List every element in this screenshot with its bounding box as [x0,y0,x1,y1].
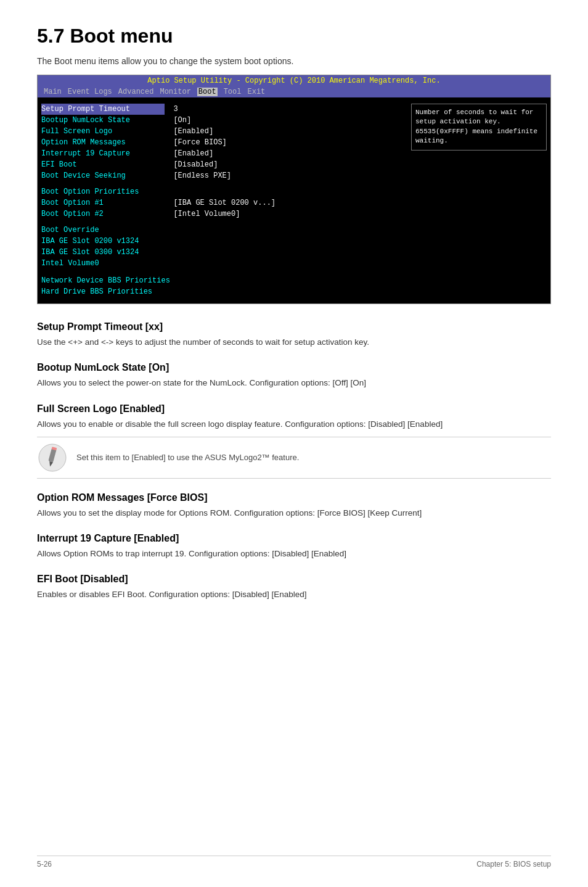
section-heading-2: Full Screen Logo [Enabled] [37,403,551,415]
bios-override-2: IBA GE Slot 0300 v1324 [41,247,405,258]
bios-row-3: Option ROM Messages [Force BIOS] [41,137,405,148]
bios-row-1: Bootup NumLock State [On] [41,115,405,126]
intro-text: The Boot menu items allow you to change … [37,56,551,66]
note-pencil-icon [37,442,68,473]
bios-nav-advanced: Advanced [118,88,154,96]
bios-left-panel: Setup Prompt Timeout 3 Bootup NumLock St… [41,104,411,297]
section-option-rom: Option ROM Messages [Force BIOS] Allows … [37,492,551,519]
bios-header: Aptio Setup Utility - Copyright (C) 2010… [38,75,550,86]
section-heading-5: EFI Boot [Disabled] [37,574,551,585]
section-body-3: Allows you to set the display mode for O… [37,507,551,519]
section-body-5: Enables or disables EFI Boot. Configurat… [37,588,551,601]
page-title: 5.7 Boot menu [37,25,551,47]
bios-harddrive-bbs: Hard Drive BBS Priorities [41,286,405,297]
section-body-2: Allows you to enable or disable the full… [37,418,551,431]
bios-row-2: Full Screen Logo [Enabled] [41,126,405,137]
bios-nav-eventlogs: Event Logs [68,88,112,96]
bios-screen: Aptio Setup Utility - Copyright (C) 2010… [37,75,551,304]
section-body-1: Allows you to select the power-on state … [37,377,551,389]
bios-nav-exit: Exit [247,88,265,96]
section-efi-boot: EFI Boot [Disabled] Enables or disables … [37,574,551,601]
section-setup-prompt-timeout: Setup Prompt Timeout [xx] Use the <+> an… [37,321,551,349]
bios-boot-override-title: Boot Override [41,226,405,234]
section-body-0: Use the <+> and <-> keys to adjust the n… [37,336,551,349]
section-heading-0: Setup Prompt Timeout [xx] [37,321,551,332]
bios-nav-boot: Boot [197,88,218,96]
bios-row-0: Setup Prompt Timeout 3 [41,104,405,115]
bios-boot-opt1: Boot Option #1 [IBA GE Slot 0200 v...] [41,197,405,208]
bios-body: Setup Prompt Timeout 3 Bootup NumLock St… [38,97,550,303]
section-bootup-numlock: Bootup NumLock State [On] Allows you to … [37,362,551,389]
section-heading-4: Interrupt 19 Capture [Enabled] [37,533,551,544]
bios-nav-tool: Tool [224,88,242,96]
bios-network-bbs: Network Device BBS Priorities [41,275,405,286]
bios-override-1: IBA GE Slot 0200 v1324 [41,236,405,247]
bios-row-4: Interrupt 19 Capture [Enabled] [41,148,405,159]
bios-override-3: Intel Volume0 [41,258,405,269]
bios-nav-monitor: Monitor [160,88,190,96]
section-interrupt-19: Interrupt 19 Capture [Enabled] Allows Op… [37,533,551,560]
note-text: Set this item to [Enabled] to use the AS… [76,453,299,462]
bios-boot-priorities-title: Boot Option Priorities [41,188,405,196]
bios-row-6: Boot Device Seeking [Endless PXE] [41,170,405,181]
section-heading-3: Option ROM Messages [Force BIOS] [37,492,551,503]
footer-page-number: 5-26 [37,860,52,868]
bios-help-panel: Number of seconds to wait for setup acti… [411,104,547,151]
bios-nav-main: Main [44,88,62,96]
footer-chapter: Chapter 5: BIOS setup [476,860,551,868]
page-footer: 5-26 Chapter 5: BIOS setup [37,856,551,868]
section-full-screen-logo: Full Screen Logo [Enabled] Allows you to… [37,403,551,479]
note-box: Set this item to [Enabled] to use the AS… [37,437,551,479]
bios-row-5: EFI Boot [Disabled] [41,159,405,170]
bios-nav: Main Event Logs Advanced Monitor Boot To… [38,86,550,97]
section-body-4: Allows Option ROMs to trap interrupt 19.… [37,548,551,560]
bios-boot-opt2: Boot Option #2 [Intel Volume0] [41,208,405,220]
section-heading-1: Bootup NumLock State [On] [37,362,551,373]
